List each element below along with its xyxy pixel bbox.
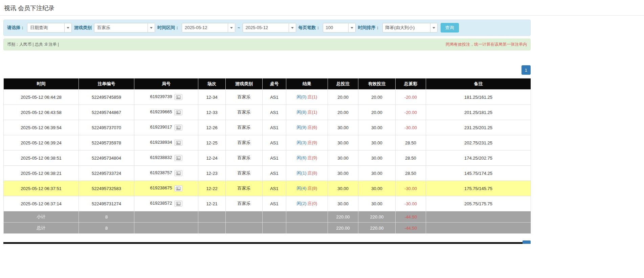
cell-valid-bet: 30.00 [358,181,396,196]
empty-cell [134,211,198,223]
chevron-down-icon[interactable] [228,23,235,32]
cell-total-bet[interactable]: 30.00 [328,150,358,166]
query-type-select[interactable]: 日期查询 [27,23,72,32]
banker-result: 庄(9) [308,155,317,160]
col-header-result: 结果 [286,78,328,90]
cell-session: 12-33 [198,105,226,120]
page-size-value: 100 [323,23,348,32]
chevron-down-icon[interactable] [348,23,355,32]
cell-game-type: 百家乐 [226,90,263,105]
game-type-select[interactable]: 百家乐 [94,23,155,32]
cell-result: 闲(6)庄(9) [286,150,328,166]
page-1-button[interactable]: 1 [521,65,531,75]
sort-select[interactable]: 降幂(由大到小) [382,23,438,32]
cell-payout: -30.00 [396,181,426,196]
sort-value: 降幂(由大到小) [383,23,430,32]
cell-total-bet[interactable]: 20.00 [328,105,358,120]
cell-bet-id: 522495734804 [79,150,134,166]
player-result: 闲(2) [297,201,307,206]
cell-round-id: 619239665 [134,105,198,120]
player-result: 闲(8) [297,110,307,115]
cell-table-no: AS1 [263,196,286,211]
cell-game-type: 百家乐 [226,135,263,150]
subtotal-payout: -44.50 [396,211,426,223]
empty-cell [426,223,531,234]
replay-video-button[interactable] [174,109,182,115]
pagination-bottom-partial[interactable] [523,240,531,244]
cell-round-id: 619239017 [134,120,198,135]
cell-time: 2025-05-12 06:37:14 [4,196,79,211]
replay-video-button[interactable] [174,170,182,176]
cell-valid-bet: 20.00 [358,105,396,120]
page-header: 视讯 会员下注纪录 [0,0,644,16]
bet-table-body: 2025-05-12 06:44:28 522495745859 6192397… [4,90,531,211]
cell-time: 2025-05-12 06:44:28 [4,90,79,105]
replay-video-icon [176,141,181,145]
table-row: 2025-05-12 06:44:28 522495745859 6192397… [4,90,531,105]
date-from-select[interactable]: 2025-05-12 [182,23,235,32]
chevron-down-icon[interactable] [148,23,155,32]
round-id-text: 619238675 [150,185,172,190]
cell-round-id: 619238572 [134,196,198,211]
replay-video-button[interactable] [174,201,182,207]
cell-valid-bet: 30.00 [358,135,396,150]
filter-bar: 请选择： 日期查询 游戏类别 百家乐 时间区间： 2025-05-12 ~ 20… [3,20,531,36]
cell-valid-bet: 30.00 [358,196,396,211]
cell-bet-id: 522495737070 [79,120,134,135]
cell-payout: -30.00 [396,120,426,135]
chevron-down-icon[interactable] [430,23,437,32]
page-size-select[interactable]: 100 [323,23,356,32]
cell-total-bet[interactable]: 30.00 [328,181,358,196]
replay-video-button[interactable] [174,94,182,100]
col-header-round-id: 局号 [134,78,198,90]
round-id-text: 619238832 [150,155,172,160]
chevron-down-icon[interactable] [289,23,296,32]
summary-bar: 币别：人民币 | 总共 :8 注单 | 同局有效投注，统一计算在该局第一张注单内 [3,39,531,50]
cell-bet-id: 522495733724 [79,166,134,181]
cell-payout: -20.00 [396,90,426,105]
empty-cell [426,211,531,223]
replay-video-button[interactable] [174,124,182,131]
cell-total-bet[interactable]: 30.00 [328,166,358,181]
cell-total-bet[interactable]: 30.00 [328,120,358,135]
cell-remark: 205.75/175.75 [426,196,531,211]
cell-payout: 28.50 [396,150,426,166]
replay-video-icon [176,111,181,114]
table-row: 2025-05-12 06:37:51 522495732583 6192386… [4,181,531,196]
table-row: 2025-05-12 06:37:14 522495731274 6192385… [4,196,531,211]
select-type-label: 请选择： [7,25,25,31]
cell-total-bet[interactable]: 20.00 [328,90,358,105]
page-size-label: 每页笔数： [298,25,320,31]
cell-result: 闲(8)庄(1) [286,105,328,120]
cell-table-no: AS1 [263,181,286,196]
cell-bet-id: 522495731274 [79,196,134,211]
round-id-text: 619239665 [150,109,172,114]
replay-video-icon [176,187,181,190]
replay-video-icon [176,156,181,160]
banker-result: 庄(1) [308,94,317,99]
col-header-table-no: 桌号 [263,78,286,90]
cell-total-bet[interactable]: 30.00 [328,135,358,150]
cell-game-type: 百家乐 [226,166,263,181]
date-to-select[interactable]: 2025-05-12 [243,23,296,32]
replay-video-button[interactable] [174,155,182,161]
replay-video-button[interactable] [174,185,182,191]
cell-remark: 174.25/202.75 [426,150,531,166]
cell-game-type: 百家乐 [226,105,263,120]
empty-cell [286,211,328,223]
cell-payout: -30.00 [396,196,426,211]
player-result: 闲(4) [297,186,307,191]
cell-remark: 202.75/231.25 [426,135,531,150]
cell-total-bet[interactable]: 30.00 [328,196,358,211]
cell-result: 闲(4)庄(8) [286,181,328,196]
col-header-bet-id: 注单编号 [79,78,134,90]
query-button[interactable]: 查询 [441,23,459,32]
currency-total-text: 币别：人民币 | 总共 :8 注单 | [7,42,59,47]
replay-video-button[interactable] [174,140,182,146]
chevron-down-icon[interactable] [64,23,71,32]
cell-session: 12-21 [198,196,226,211]
banker-result: 庄(8) [308,186,317,191]
round-id-text: 619239017 [150,124,172,130]
cell-time: 2025-05-12 06:37:51 [4,181,79,196]
cell-valid-bet: 30.00 [358,166,396,181]
